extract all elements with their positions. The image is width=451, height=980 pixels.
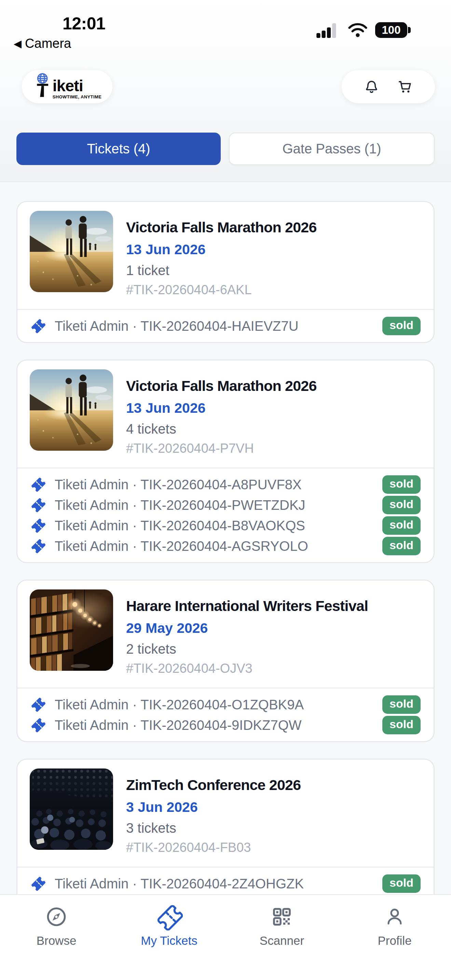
logo-pill[interactable]: iketi SHOWTIME, ANYTIME (22, 70, 113, 103)
ticket-row[interactable]: Tiketi Admin · TIK-20260404-9IDKZ7QW sol… (30, 715, 421, 735)
ticket-icon (30, 876, 46, 892)
ticket-row[interactable]: Tiketi Admin · TIK-20260404-HAIEVZ7U sol… (30, 316, 421, 336)
ticket-card[interactable]: Victoria Falls Marathon 2026 13 Jun 2026… (16, 360, 435, 563)
status-icons: 100 (316, 22, 407, 38)
ticket-row[interactable]: Tiketi Admin · TIK-20260404-2Z4OHGZK sol… (30, 873, 421, 894)
globe-t-logo-icon (33, 72, 55, 101)
cart-icon[interactable] (397, 78, 413, 95)
ticket-tabs: Tickets (4) Gate Passes (1) (16, 132, 435, 165)
wifi-icon (347, 22, 368, 38)
nav-item-my-tickets[interactable]: My Tickets (113, 902, 226, 980)
order-ref: #TIK-20260404-OJV3 (126, 661, 368, 676)
event-date: 3 Jun 2026 (126, 799, 301, 815)
event-title: ZimTech Conference 2026 (126, 777, 301, 794)
ticket-icon (156, 903, 183, 931)
status-badge: sold (382, 516, 421, 535)
battery-level: 100 (382, 24, 400, 37)
tab-gate-passes[interactable]: Gate Passes (1) (229, 132, 435, 165)
ticket-card[interactable]: Victoria Falls Marathon 2026 13 Jun 2026… (16, 201, 435, 343)
tab-tickets[interactable]: Tickets (4) (16, 132, 221, 165)
ticket-count: 2 tickets (126, 641, 368, 657)
brand-tagline: SHOWTIME, ANYTIME (52, 94, 102, 99)
nav-label: Browse (37, 934, 76, 948)
back-triangle-icon: ◀ (14, 38, 22, 49)
event-image-library-bookshelves (30, 589, 113, 671)
status-badge: sold (382, 716, 421, 734)
event-date: 13 Jun 2026 (126, 242, 317, 258)
ticket-row[interactable]: Tiketi Admin · TIK-20260404-PWETZDKJ sol… (30, 495, 421, 515)
status-badge: sold (382, 537, 421, 555)
event-title: Harare International Writers Festival (126, 598, 368, 614)
status-badge: sold (382, 695, 421, 713)
back-to-camera-link[interactable]: ◀ Camera (14, 36, 71, 51)
back-app-label: Camera (25, 36, 71, 51)
nav-label: My Tickets (141, 934, 197, 948)
ticket-row[interactable]: Tiketi Admin · TIK-20260404-O1ZQBK9A sol… (30, 694, 421, 715)
status-badge: sold (382, 475, 421, 493)
bell-icon[interactable] (364, 79, 380, 95)
ticket-row-text: Tiketi Admin · TIK-20260404-PWETZDKJ (55, 498, 382, 513)
nav-item-browse[interactable]: Browse (0, 902, 113, 980)
ticket-icon (30, 318, 46, 334)
status-time: 12:01 (62, 14, 105, 33)
ticket-card[interactable]: Harare International Writers Festival 29… (16, 579, 435, 742)
nav-label: Scanner (260, 934, 304, 948)
ticket-row[interactable]: Tiketi Admin · TIK-20260404-A8PUVF8X sol… (30, 474, 421, 495)
event-image-conference-audience (30, 768, 113, 850)
event-image-runners-at-sunset (30, 369, 113, 451)
status-badge: sold (382, 874, 421, 892)
ticket-row[interactable]: Tiketi Admin · TIK-20260404-AGSRYOLO sol… (30, 536, 421, 556)
compass-icon (45, 905, 68, 928)
order-ref: #TIK-20260404-P7VH (126, 441, 317, 456)
ticket-count: 1 ticket (126, 263, 317, 278)
top-bar-area: 12:01 ◀ Camera 100 iketi SHOWTIME, ANYTI… (0, 0, 451, 182)
ticket-icon (30, 538, 46, 554)
ticket-icon (30, 477, 46, 493)
order-ref: #TIK-20260404-6AKL (126, 283, 317, 297)
ticket-row-text: Tiketi Admin · TIK-20260404-A8PUVF8X (55, 477, 382, 492)
ticket-row-text: Tiketi Admin · TIK-20260404-2Z4OHGZK (55, 876, 382, 891)
brand-wordmark: iketi (52, 79, 102, 93)
event-title: Victoria Falls Marathon 2026 (126, 377, 317, 395)
qr-scanner-icon (271, 905, 293, 928)
status-badge: sold (382, 317, 421, 335)
event-title: Victoria Falls Marathon 2026 (126, 219, 317, 236)
nav-label: Profile (378, 934, 411, 948)
ticket-icon (30, 497, 46, 513)
ticket-count: 4 tickets (126, 421, 317, 437)
event-date: 13 Jun 2026 (126, 400, 317, 416)
tiketi-logo: iketi SHOWTIME, ANYTIME (33, 72, 102, 101)
ticket-row[interactable]: Tiketi Admin · TIK-20260404-B8VAOKQS sol… (30, 515, 421, 536)
ticket-card-list: Victoria Falls Marathon 2026 13 Jun 2026… (0, 183, 451, 980)
status-badge: sold (382, 496, 421, 514)
ticket-icon (30, 697, 46, 713)
person-icon (384, 906, 405, 928)
battery-indicator: 100 (375, 22, 407, 38)
ticket-count: 3 tickets (126, 821, 301, 836)
order-ref: #TIK-20260404-FB03 (126, 840, 301, 855)
ticket-row-text: Tiketi Admin · TIK-20260404-9IDKZ7QW (55, 718, 382, 733)
app-header: iketi SHOWTIME, ANYTIME (0, 70, 451, 103)
ticket-icon (30, 717, 46, 733)
nav-item-profile[interactable]: Profile (338, 902, 451, 980)
ticket-icon (30, 518, 46, 534)
ticket-row-text: Tiketi Admin · TIK-20260404-HAIEVZ7U (55, 318, 382, 334)
ticket-row-text: Tiketi Admin · TIK-20260404-B8VAOKQS (55, 518, 382, 533)
event-date: 29 May 2026 (126, 620, 368, 636)
ticket-row-text: Tiketi Admin · TIK-20260404-AGSRYOLO (55, 539, 382, 554)
event-image-runners-at-sunset (30, 211, 113, 292)
bottom-navigation: Browse My Tickets Scanner Profile (0, 894, 451, 980)
nav-item-scanner[interactable]: Scanner (226, 902, 338, 980)
cellular-signal-icon (316, 22, 340, 38)
header-actions-pill (341, 70, 435, 103)
ticket-row-text: Tiketi Admin · TIK-20260404-O1ZQBK9A (55, 697, 382, 713)
